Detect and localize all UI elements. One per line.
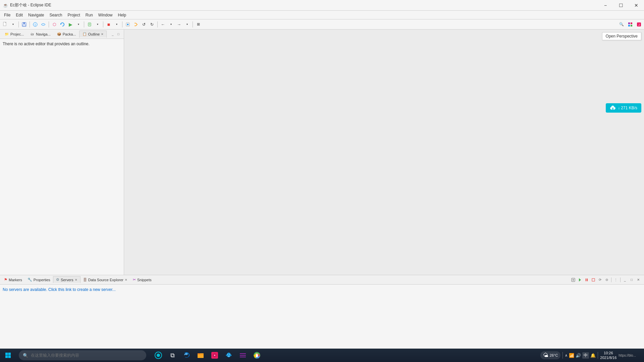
tb-btn-12[interactable]: ↺ [140, 21, 148, 28]
speaker-icon[interactable]: 🔊 [576, 353, 581, 358]
tb-btn-9[interactable]: ■ [105, 21, 112, 28]
tab-packages[interactable]: 📦 Packa... [54, 31, 79, 38]
menu-project[interactable]: Project [65, 12, 83, 18]
maximize-button[interactable]: ☐ [613, 0, 629, 11]
network-icon[interactable]: 📶 [569, 353, 574, 358]
tb-back-dropdown[interactable]: ▾ [167, 21, 175, 28]
tb-new-button[interactable] [1, 21, 9, 28]
minimize-button[interactable]: − [598, 0, 613, 11]
file-explorer-button[interactable] [194, 349, 207, 362]
show-desktop-button[interactable] [638, 350, 640, 360]
task-view-button[interactable]: ⧉ [166, 349, 179, 362]
svg-point-32 [157, 354, 160, 357]
tb-btn-15[interactable]: → [175, 21, 183, 28]
servers-tab-close[interactable]: ✕ [75, 278, 77, 282]
windows-icon [5, 352, 11, 358]
menu-search[interactable]: Search [47, 12, 65, 18]
app5-button[interactable] [208, 349, 221, 362]
notification-icon[interactable]: 🔔 [590, 353, 596, 358]
tb-save-button[interactable] [20, 21, 28, 28]
editor-area: Open Perspective ↓ 271 KB/s [124, 29, 644, 275]
tb-perspectives-button[interactable] [627, 21, 634, 28]
tb-btn-8[interactable] [86, 21, 93, 28]
bottom-btn-3[interactable] [584, 277, 590, 283]
left-panel-maximize[interactable]: □ [116, 32, 121, 37]
tb-btn-3[interactable]: i [32, 21, 39, 28]
clock-time: 10:26 [604, 351, 613, 355]
tb-btn-10[interactable] [124, 21, 131, 28]
tb-new-dropdown[interactable]: ▾ [9, 21, 17, 28]
datasource-tab-close[interactable]: ✕ [125, 278, 127, 282]
tb-btn-4[interactable] [40, 21, 47, 28]
menu-help[interactable]: Help [115, 12, 129, 18]
qq-button[interactable] [222, 349, 235, 362]
tb-run-dropdown[interactable]: ▾ [75, 21, 82, 28]
close-button[interactable]: ✕ [629, 0, 644, 11]
no-server-link[interactable]: No servers are available. Click this lin… [3, 287, 116, 292]
tab-servers[interactable]: ⚙ Servers ✕ [53, 276, 80, 283]
svg-rect-13 [127, 24, 128, 25]
menu-navigate[interactable]: Navigate [25, 12, 47, 18]
url-hint: https://blo... [619, 354, 636, 357]
cortana-button[interactable] [152, 349, 165, 362]
weather-widget[interactable]: 🌤 26°C [540, 351, 561, 359]
toolbar-separator-7 [157, 21, 158, 27]
toolbar-separator-8 [193, 21, 193, 27]
bottom-close-button[interactable]: ✕ [635, 277, 641, 283]
taskbar-search-input[interactable] [31, 353, 142, 358]
bottom-minimize-button[interactable]: _ [622, 277, 628, 283]
tb-btn-13[interactable]: ↻ [148, 21, 156, 28]
bottom-btn-2[interactable] [577, 277, 583, 283]
tb-search-button[interactable]: 🔍 [618, 21, 625, 28]
edge-button[interactable] [180, 349, 193, 362]
input-lang-icon[interactable]: 中 [582, 352, 589, 359]
tb-refresh-button[interactable] [59, 21, 66, 28]
tab-markers[interactable]: ⚑ Markers [1, 277, 25, 283]
tab-project[interactable]: 📁 Projec... [1, 31, 27, 38]
svg-rect-4 [23, 25, 25, 26]
clock[interactable]: 10:26 2021/8/16 [600, 351, 616, 360]
tb-stop-dropdown[interactable]: ▾ [113, 21, 120, 28]
tab-datasource[interactable]: 🗄 Data Source Explorer ✕ [80, 277, 130, 283]
outline-tab-close[interactable]: ✕ [101, 33, 104, 36]
tb-java-perspective[interactable]: J [635, 21, 643, 28]
menu-run[interactable]: Run [83, 12, 96, 18]
menu-edit[interactable]: Edit [13, 12, 25, 18]
bottom-new-server-button[interactable] [570, 277, 576, 283]
svg-point-40 [227, 354, 228, 355]
tb-btn-5[interactable]: ⬡ [51, 21, 58, 28]
bottom-btn-6[interactable]: ⋮ [613, 277, 619, 283]
start-button[interactable] [0, 349, 16, 362]
svg-text:⬡: ⬡ [53, 22, 56, 27]
tab-outline[interactable]: 📋 Outline ✕ [79, 31, 107, 38]
svg-point-39 [227, 353, 231, 357]
tray-separator-1 [562, 352, 563, 359]
chrome-button[interactable] [250, 349, 264, 362]
weather-icon: 🌤 [543, 352, 548, 358]
tb-btn-11[interactable] [132, 21, 140, 28]
svg-rect-25 [587, 279, 588, 281]
svg-point-47 [256, 354, 258, 357]
menu-file[interactable]: File [1, 12, 13, 18]
menu-window[interactable]: Window [96, 12, 115, 18]
chevron-up-icon[interactable]: ∧ [565, 353, 568, 358]
tab-snippets[interactable]: ✂ Snippets [130, 277, 154, 283]
tb-btn-14[interactable]: ← [159, 21, 167, 28]
tab-properties[interactable]: 🔧 Properties [25, 277, 53, 283]
window-title: Ec那个啥 - Eclipse IDE [10, 2, 641, 8]
tb-btn-16[interactable]: ⊞ [195, 21, 202, 28]
tab-navigator[interactable]: 🗂 Naviga... [27, 31, 53, 38]
open-perspective-button[interactable]: Open Perspective [602, 32, 641, 40]
outline-tab-icon: 📋 [82, 32, 87, 37]
bottom-maximize-button[interactable]: □ [629, 277, 635, 283]
tb-btn-7[interactable]: ▶ [67, 21, 74, 28]
left-panel: 📁 Projec... 🗂 Naviga... 📦 Packa... 📋 Out… [0, 29, 124, 275]
bottom-btn-5[interactable]: ⟳ [597, 277, 603, 283]
bottom-btn-4[interactable] [590, 277, 596, 283]
app6-button[interactable] [236, 349, 250, 362]
bottom-disconnect-button[interactable]: ⊝ [604, 277, 610, 283]
left-panel-minimize[interactable]: _ [110, 32, 115, 37]
tb-forward-dropdown[interactable]: ▾ [183, 21, 191, 28]
search-bar[interactable]: 🔍 [19, 350, 146, 360]
tb-external-dropdown[interactable]: ▾ [94, 21, 101, 28]
